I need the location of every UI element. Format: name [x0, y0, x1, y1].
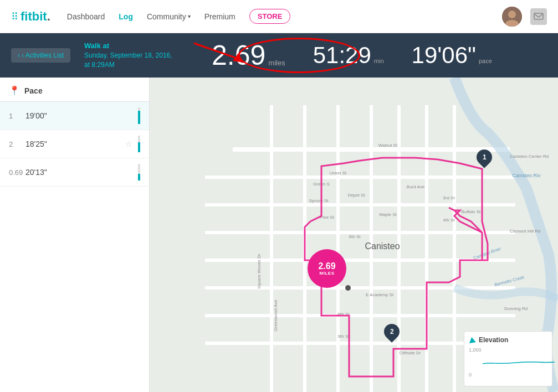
messages-icon[interactable]	[530, 8, 547, 25]
pace-table: 1 19'00" 2 18'25" ☆ 0.69 20'13"	[0, 102, 149, 187]
svg-text:Dunning Rd: Dunning Rd	[504, 306, 528, 311]
nav-community[interactable]: Community ▾	[147, 12, 191, 21]
svg-text:Maple St: Maple St	[379, 212, 397, 217]
pace-val-1: 19'00"	[25, 111, 135, 120]
pace-bar-fill-1	[138, 111, 140, 124]
logo-dots: ⠿	[11, 11, 18, 23]
badge-distance: 2.69	[318, 261, 335, 271]
pace-num-3: 0.69	[9, 168, 25, 177]
nav-premium[interactable]: Premium	[204, 12, 236, 21]
elev-max-label: 1,000	[469, 347, 482, 353]
logo-period: .	[47, 9, 50, 24]
svg-text:Canisteo: Canisteo	[365, 241, 400, 251]
activities-list-button[interactable]: ‹ ‹ Activities List	[11, 48, 70, 63]
distance-unit: miles	[268, 59, 285, 69]
content-area: 📍 Pace 1 19'00" 2 18'25" ☆	[0, 78, 558, 392]
svg-text:6th St: 6th St	[349, 234, 361, 239]
svg-text:Greenwood Ave: Greenwood Ave	[273, 300, 278, 331]
miles-badge: 2.69 MILES	[308, 249, 346, 288]
activity-title: Walk at Sunday, September 18, 2016, at 8…	[84, 41, 184, 70]
pace-bar-2	[138, 136, 140, 152]
svg-text:Canisteo Center Rd: Canisteo Center Rd	[510, 154, 549, 159]
pace-bar-fill-3	[138, 174, 140, 180]
pace-bar-3	[138, 164, 140, 180]
pace-val-2: 18'25"	[25, 140, 125, 148]
pace-header-label: Pace	[24, 86, 43, 95]
pin-label-1: 1	[483, 153, 487, 161]
pace-num-2: 2	[9, 140, 25, 148]
svg-text:Union St: Union St	[330, 171, 347, 176]
location-icon: 📍	[9, 85, 20, 96]
nav-links: Dashboard Log Community ▾ Premium STORE	[67, 9, 502, 24]
chevron-down-icon: ▾	[188, 13, 191, 19]
nav-log[interactable]: Log	[119, 12, 133, 21]
pace-bar-fill-2	[138, 142, 140, 152]
time-stat: 51:29 min	[313, 44, 384, 68]
svg-text:Spruce St: Spruce St	[309, 198, 329, 203]
activity-date: Sunday, September 18, 2016,	[84, 51, 184, 60]
pace-row-1: 1 19'00"	[0, 102, 149, 130]
pace-stat: 19'06" pace	[412, 44, 492, 68]
pin-label-2: 2	[390, 328, 394, 336]
svg-text:Walnut St: Walnut St	[378, 143, 398, 148]
nav-dashboard[interactable]: Dashboard	[67, 12, 105, 21]
elevation-title: Elevation	[469, 336, 547, 344]
pace-val-3: 20'13"	[25, 168, 135, 177]
elev-min-label: 0	[469, 372, 472, 378]
svg-text:4th St: 4th St	[443, 218, 455, 223]
logo-text: fitbit	[21, 9, 47, 24]
svg-text:Clement Hill Rd: Clement Hill Rd	[510, 229, 541, 234]
pace-value: 19'06"	[412, 44, 476, 67]
activity-name: Walk at	[84, 41, 184, 51]
time-value: 51:29	[313, 44, 371, 67]
left-panel: 📍 Pace 1 19'00" 2 18'25" ☆	[0, 78, 150, 392]
stats-bar: ‹ ‹ Activities List Walk at Sunday, Sept…	[0, 33, 558, 78]
svg-rect-3	[534, 13, 543, 19]
svg-text:E Academy St: E Academy St	[366, 292, 394, 297]
elevation-widget: Elevation 1,000 0	[464, 331, 552, 386]
badge-unit: MILES	[320, 271, 335, 276]
pace-bar-1	[138, 107, 140, 124]
nav-bar: ⠿ fitbit . Dashboard Log Community ▾ Pre…	[0, 0, 558, 33]
svg-point-1	[508, 11, 516, 18]
svg-text:Square Woods Dr: Square Woods Dr	[257, 254, 262, 289]
distance-value: 2.69	[212, 42, 265, 69]
store-button[interactable]: STORE	[249, 9, 291, 24]
pace-row-3: 0.69 20'13"	[0, 158, 149, 187]
elevation-line-svg	[483, 353, 555, 369]
avatar[interactable]	[502, 7, 522, 27]
activity-time: at 8:29AM	[84, 60, 184, 70]
pace-unit: pace	[479, 58, 492, 64]
pace-num-1: 1	[9, 112, 25, 120]
svg-text:Burd Ave: Burd Ave	[407, 184, 425, 189]
svg-text:Cliffside Dr: Cliffside Dr	[400, 350, 421, 355]
back-icon: ‹	[18, 51, 20, 59]
elevation-chart: 1,000 0	[469, 347, 547, 378]
svg-text:Buffalo St: Buffalo St	[462, 209, 481, 214]
time-unit: min	[374, 58, 384, 64]
route-start-dot	[345, 285, 351, 291]
elevation-icon	[468, 337, 476, 343]
elevation-label: Elevation	[479, 336, 508, 344]
star-icon-2[interactable]: ☆	[125, 140, 132, 148]
svg-text:Depot St: Depot St	[347, 193, 365, 198]
nav-right	[502, 7, 547, 27]
svg-text:Canisteo Riv: Canisteo Riv	[512, 173, 541, 178]
pace-row-2: 2 18'25" ☆	[0, 130, 149, 158]
distance-stat: 2.69 miles	[212, 42, 285, 69]
svg-text:3rd St: 3rd St	[443, 195, 455, 200]
svg-text:9th St: 9th St	[338, 334, 350, 339]
pace-header: 📍 Pace	[0, 78, 149, 102]
logo: ⠿ fitbit .	[11, 9, 50, 24]
map-area: Walnut St Union St Green S Spruce St Pin…	[150, 78, 558, 392]
